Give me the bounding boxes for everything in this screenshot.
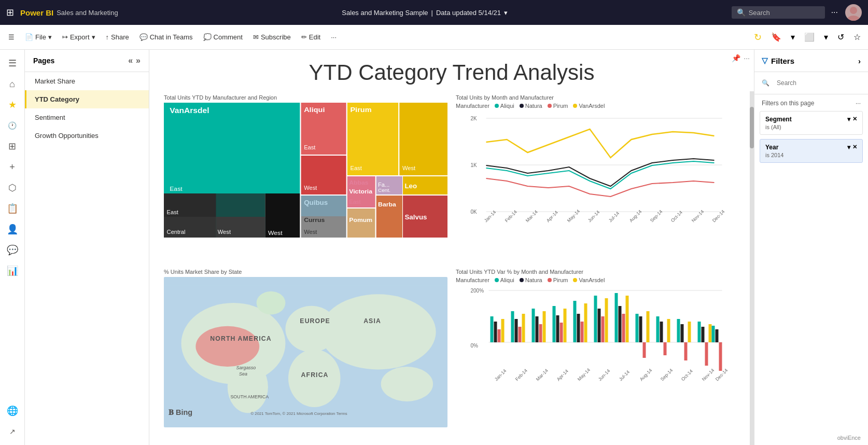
svg-rect-105 bbox=[577, 314, 580, 342]
waffle-icon[interactable]: ⊞ bbox=[6, 7, 14, 18]
separator: | bbox=[431, 9, 433, 17]
search-input[interactable] bbox=[749, 9, 811, 17]
svg-text:Sea: Sea bbox=[239, 371, 247, 377]
page-growth-opportunities[interactable]: Growth Opportunities bbox=[25, 127, 149, 145]
chevron-down-icon[interactable]: ▾ bbox=[847, 116, 850, 123]
filters-search-input[interactable] bbox=[773, 77, 861, 89]
refresh-btn[interactable]: ↻ bbox=[751, 30, 765, 45]
search-icon: 🔍 bbox=[737, 8, 746, 17]
bookmark-btn[interactable]: 🔖 bbox=[768, 30, 785, 44]
svg-rect-88 bbox=[491, 316, 494, 342]
nav-recent[interactable]: 🕐 bbox=[3, 116, 22, 135]
map[interactable]: NORTH AMERICA EUROPE ASIA AFRICA SOUTH A… bbox=[164, 277, 447, 427]
nav-expand[interactable]: ↗ bbox=[3, 422, 22, 441]
export-icon: ↦ bbox=[62, 33, 68, 41]
page-market-share[interactable]: Market Share bbox=[25, 72, 149, 90]
chat-teams-btn[interactable]: 💬 Chat in Teams bbox=[135, 31, 197, 43]
export-btn[interactable]: ↦ Export ▾ bbox=[58, 31, 100, 43]
star-btn[interactable]: ☆ bbox=[850, 30, 864, 44]
subscribe-btn[interactable]: ✉ Subscribe bbox=[249, 31, 295, 43]
nav-home[interactable]: ⌂ bbox=[3, 75, 22, 93]
report-title-info: Sales and Marketing Sample | Data update… bbox=[342, 9, 508, 17]
svg-text:𝐁 Bing: 𝐁 Bing bbox=[169, 408, 192, 416]
scroll-thumb[interactable] bbox=[750, 107, 754, 148]
more-icon[interactable]: ··· bbox=[831, 8, 838, 17]
filters-search-box[interactable]: 🔍 bbox=[754, 72, 868, 94]
filter-segment-header: Segment ▾ ✕ bbox=[765, 116, 857, 123]
svg-text:Aug-14: Aug-14 bbox=[639, 368, 653, 382]
svg-text:Victoria: Victoria bbox=[349, 188, 372, 194]
bar-chart[interactable]: 200% 0% bbox=[456, 285, 739, 425]
filters-more-icon[interactable]: ··· bbox=[856, 100, 861, 107]
svg-text:Mar-14: Mar-14 bbox=[525, 209, 539, 223]
file-btn[interactable]: 📄 File ▾ bbox=[21, 31, 56, 43]
nav-metrics[interactable]: 💬 bbox=[3, 241, 22, 259]
svg-text:Cent.: Cent. bbox=[378, 188, 390, 193]
more-ribbon-btn[interactable]: ··· bbox=[327, 31, 341, 43]
collapse-right-btn[interactable]: » bbox=[136, 56, 141, 65]
clear-filter-year-icon[interactable]: ✕ bbox=[852, 144, 857, 151]
pages-collapse-btn[interactable]: ☰ bbox=[4, 31, 19, 43]
svg-rect-123 bbox=[667, 319, 670, 342]
clear-filter-icon[interactable]: ✕ bbox=[852, 116, 857, 123]
filter-segment-value: is (All) bbox=[765, 124, 857, 130]
nav-create[interactable]: + bbox=[3, 158, 22, 176]
pages-title: Pages bbox=[33, 57, 54, 65]
filter-icon: ▽ bbox=[762, 56, 768, 65]
share-icon: ↑ bbox=[106, 33, 109, 41]
treemap-title: Total Units YTD by Manufacturer and Regi… bbox=[164, 94, 447, 101]
nav-people[interactable]: 👤 bbox=[3, 220, 22, 239]
chevron-down-icon[interactable]: ▾ bbox=[504, 9, 508, 17]
edit-btn[interactable]: ✏ Edit bbox=[297, 31, 325, 43]
svg-rect-99 bbox=[543, 311, 546, 342]
share-btn[interactable]: ↑ Share bbox=[102, 31, 133, 43]
nav-apps[interactable]: ⊞ bbox=[3, 137, 22, 156]
pirum-dot bbox=[548, 104, 552, 108]
nav-deployments[interactable]: 📊 bbox=[3, 261, 22, 280]
filter-segment[interactable]: Segment ▾ ✕ is (All) bbox=[760, 111, 863, 135]
svg-text:Sargasso: Sargasso bbox=[236, 365, 256, 370]
chevron-down-icon[interactable]: ▾ bbox=[847, 144, 850, 151]
more-icon[interactable]: ··· bbox=[744, 54, 750, 62]
svg-rect-126 bbox=[684, 342, 688, 360]
filters-expand-btn[interactable]: › bbox=[858, 57, 861, 65]
bar-chart-title: Total Units YTD Var % by Month and Manuf… bbox=[456, 269, 739, 275]
svg-rect-101 bbox=[556, 315, 559, 342]
svg-text:© 2021 TomTom, © 2021 Microsof: © 2021 TomTom, © 2021 Microsoft Corporat… bbox=[250, 411, 347, 416]
filter-year[interactable]: Year ▾ ✕ is 2014 bbox=[760, 139, 863, 163]
ribbon: ☰ 📄 File ▾ ↦ Export ▾ ↑ Share 💬 Chat in … bbox=[0, 25, 868, 50]
nav-workspaces[interactable]: ⬡ bbox=[3, 178, 22, 197]
svg-point-70 bbox=[320, 294, 436, 369]
svg-text:Apr-14: Apr-14 bbox=[556, 368, 569, 382]
line-chart[interactable]: 2K 1K 0K bbox=[456, 111, 739, 251]
powerbi-logo: Power BI bbox=[20, 8, 53, 17]
comment-btn[interactable]: 💭 Comment bbox=[199, 31, 247, 43]
filter-year-name: Year bbox=[765, 144, 778, 151]
nav-learn[interactable]: 🌐 bbox=[3, 401, 22, 420]
nav-hamburger[interactable]: ☰ bbox=[3, 54, 22, 73]
svg-rect-133 bbox=[716, 329, 719, 342]
svg-text:0%: 0% bbox=[471, 343, 479, 349]
page-ytd-category[interactable]: YTD Category bbox=[25, 90, 149, 108]
nav-datahub[interactable]: 📋 bbox=[3, 199, 22, 218]
svg-text:Nov-14: Nov-14 bbox=[701, 368, 716, 382]
page-sentiment[interactable]: Sentiment bbox=[25, 108, 149, 127]
chevron-down-icon[interactable]: ▾ bbox=[788, 30, 798, 44]
pin-icon[interactable]: 📌 bbox=[732, 54, 740, 62]
svg-text:West: West bbox=[218, 229, 231, 235]
search-box[interactable]: 🔍 bbox=[732, 6, 825, 19]
svg-text:Feb-14: Feb-14 bbox=[514, 368, 528, 382]
chevron-down-icon2[interactable]: ▾ bbox=[821, 30, 831, 44]
reset-btn[interactable]: ↺ bbox=[834, 30, 847, 44]
view-btn[interactable]: ⬜ bbox=[801, 30, 818, 44]
avatar[interactable] bbox=[845, 4, 862, 21]
svg-rect-116 bbox=[636, 314, 639, 342]
filter-year-header: Year ▾ ✕ bbox=[765, 144, 857, 151]
collapse-left-btn[interactable]: « bbox=[128, 56, 133, 65]
bar-legend-vanarsdel: VanArsdel bbox=[573, 277, 605, 283]
line-chart-legend: Manufacturer Aliqui Natura Pirum bbox=[456, 103, 739, 109]
scrollbar[interactable] bbox=[750, 91, 754, 445]
svg-rect-131 bbox=[709, 324, 712, 342]
treemap[interactable]: VanArsdel East Central West Natura E bbox=[164, 103, 447, 238]
nav-favorites[interactable]: ★ bbox=[3, 95, 22, 114]
